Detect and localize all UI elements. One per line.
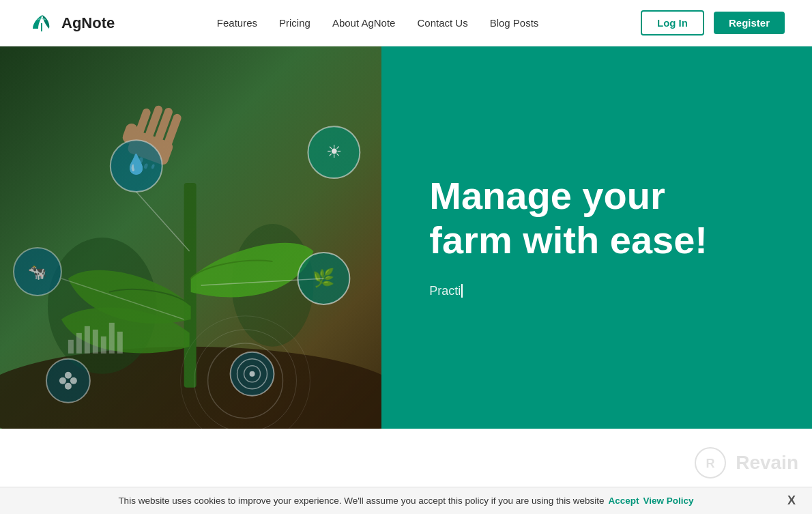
nav-features[interactable]: Features — [217, 17, 257, 29]
nav-blog[interactable]: Blog Posts — [490, 17, 539, 29]
register-button[interactable]: Register — [714, 12, 785, 34]
nav-pricing[interactable]: Pricing — [279, 17, 310, 29]
svg-rect-0 — [41, 23, 42, 31]
text-cursor — [461, 284, 463, 298]
navbar: AgNote Features Pricing About AgNote Con… — [0, 0, 812, 46]
hero-illustration: 💧 ☀ 🐄 🌿 — [0, 46, 381, 429]
navbar-actions: Log In Register — [641, 10, 785, 35]
nav-contact[interactable]: Contact Us — [417, 17, 467, 29]
login-button[interactable]: Log In — [641, 10, 704, 35]
main-nav: Features Pricing About AgNote Contact Us… — [217, 17, 539, 29]
hero-content-panel: Manage your farm with ease! Practi — [381, 46, 812, 429]
hero-title: Manage your farm with ease! — [429, 174, 764, 262]
nav-about[interactable]: About AgNote — [332, 17, 396, 29]
hero-image-panel: 💧 ☀ 🐄 🌿 — [0, 46, 381, 429]
hero-subtitle: Practi — [429, 281, 764, 301]
logo-icon — [27, 10, 55, 37]
hero-section: 💧 ☀ 🐄 🌿 — [0, 46, 812, 429]
brand-name: AgNote — [61, 14, 115, 32]
logo-link[interactable]: AgNote — [27, 10, 115, 37]
svg-rect-45 — [0, 46, 381, 428]
